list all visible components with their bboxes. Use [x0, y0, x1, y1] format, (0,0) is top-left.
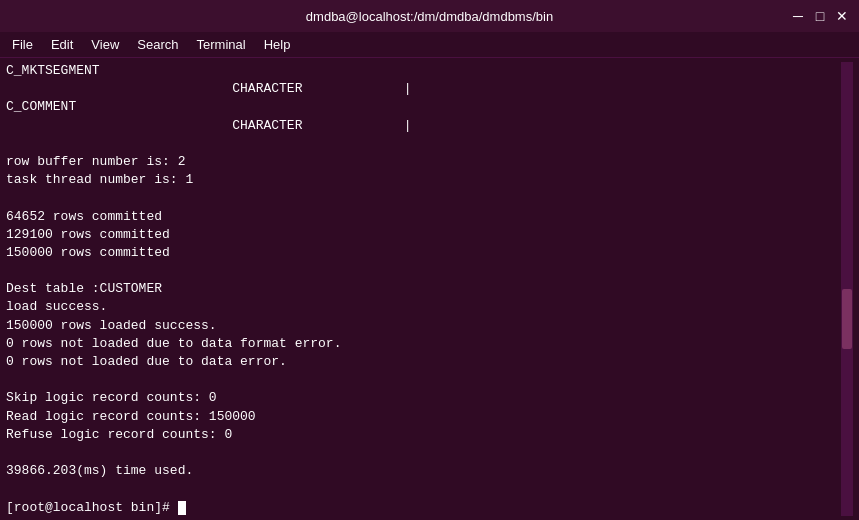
scrollbar[interactable]	[841, 62, 853, 516]
terminal-body[interactable]: C_MKTSEGMENT CHARACTER | C_COMMENT CHARA…	[0, 58, 859, 520]
terminal-window: dmdba@localhost:/dm/dmdba/dmdbms/bin ─ □…	[0, 0, 859, 520]
terminal-output: C_MKTSEGMENT CHARACTER | C_COMMENT CHARA…	[6, 62, 841, 516]
terminal-cursor	[178, 501, 186, 515]
scrollbar-thumb[interactable]	[842, 289, 852, 349]
menu-file[interactable]: File	[4, 35, 41, 54]
close-button[interactable]: ✕	[833, 7, 851, 25]
menu-help[interactable]: Help	[256, 35, 299, 54]
menu-edit[interactable]: Edit	[43, 35, 81, 54]
menu-bar: File Edit View Search Terminal Help	[0, 32, 859, 58]
maximize-button[interactable]: □	[811, 7, 829, 25]
title-bar: dmdba@localhost:/dm/dmdba/dmdbms/bin ─ □…	[0, 0, 859, 32]
window-title: dmdba@localhost:/dm/dmdba/dmdbms/bin	[306, 9, 553, 24]
minimize-button[interactable]: ─	[789, 7, 807, 25]
window-controls: ─ □ ✕	[789, 7, 851, 25]
menu-search[interactable]: Search	[129, 35, 186, 54]
menu-view[interactable]: View	[83, 35, 127, 54]
menu-terminal[interactable]: Terminal	[189, 35, 254, 54]
